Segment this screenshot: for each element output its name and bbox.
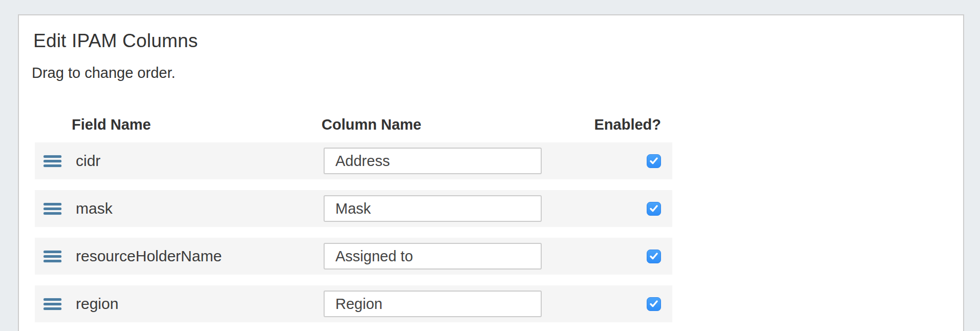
enabled-cell bbox=[553, 154, 672, 168]
table-row: region bbox=[35, 285, 672, 322]
header-column-name: Column Name bbox=[322, 117, 553, 132]
column-name-cell bbox=[322, 243, 553, 270]
column-name-cell bbox=[322, 291, 553, 317]
enabled-checkbox[interactable] bbox=[647, 154, 661, 168]
table-row: mask bbox=[35, 190, 672, 227]
checkmark-icon bbox=[649, 252, 658, 260]
edit-ipam-columns-panel: Edit IPAM Columns Drag to change order. … bbox=[18, 14, 964, 331]
drag-handle-icon[interactable] bbox=[44, 251, 61, 262]
checkmark-icon bbox=[649, 157, 658, 165]
header-field-name: Field Name bbox=[72, 117, 322, 132]
field-name-label: mask bbox=[72, 200, 322, 217]
field-name-label: cidr bbox=[72, 152, 322, 170]
column-name-input[interactable] bbox=[324, 291, 542, 317]
table-rows: cidr mask bbox=[35, 142, 672, 322]
field-name-label: region bbox=[72, 295, 322, 313]
enabled-checkbox[interactable] bbox=[647, 202, 661, 216]
drag-handle-icon[interactable] bbox=[44, 203, 61, 215]
enabled-checkbox[interactable] bbox=[647, 297, 661, 311]
checkmark-icon bbox=[649, 300, 658, 308]
enabled-checkbox[interactable] bbox=[647, 250, 661, 263]
page-title: Edit IPAM Columns bbox=[33, 31, 198, 51]
field-name-label: resourceHolderName bbox=[72, 247, 322, 265]
ipam-columns-table: Field Name Column Name Enabled? cidr bbox=[35, 116, 672, 331]
enabled-cell bbox=[553, 297, 672, 311]
column-name-input[interactable] bbox=[324, 243, 542, 270]
table-row: cidr bbox=[35, 142, 672, 179]
drag-handle-icon[interactable] bbox=[44, 155, 61, 167]
handle-cell bbox=[35, 251, 72, 262]
drag-hint-text: Drag to change order. bbox=[32, 65, 176, 81]
table-header-row: Field Name Column Name Enabled? bbox=[35, 116, 672, 132]
handle-cell bbox=[35, 298, 72, 310]
table-row: resourceHolderName bbox=[35, 238, 672, 275]
enabled-cell bbox=[553, 202, 672, 216]
checkmark-icon bbox=[649, 204, 658, 213]
enabled-cell bbox=[553, 250, 672, 263]
header-enabled: Enabled? bbox=[553, 117, 672, 132]
column-name-input[interactable] bbox=[324, 148, 542, 174]
drag-handle-icon[interactable] bbox=[44, 298, 61, 310]
handle-cell bbox=[35, 203, 72, 215]
column-name-cell bbox=[322, 148, 553, 174]
handle-cell bbox=[35, 155, 72, 167]
column-name-input[interactable] bbox=[324, 195, 542, 222]
column-name-cell bbox=[322, 195, 553, 222]
